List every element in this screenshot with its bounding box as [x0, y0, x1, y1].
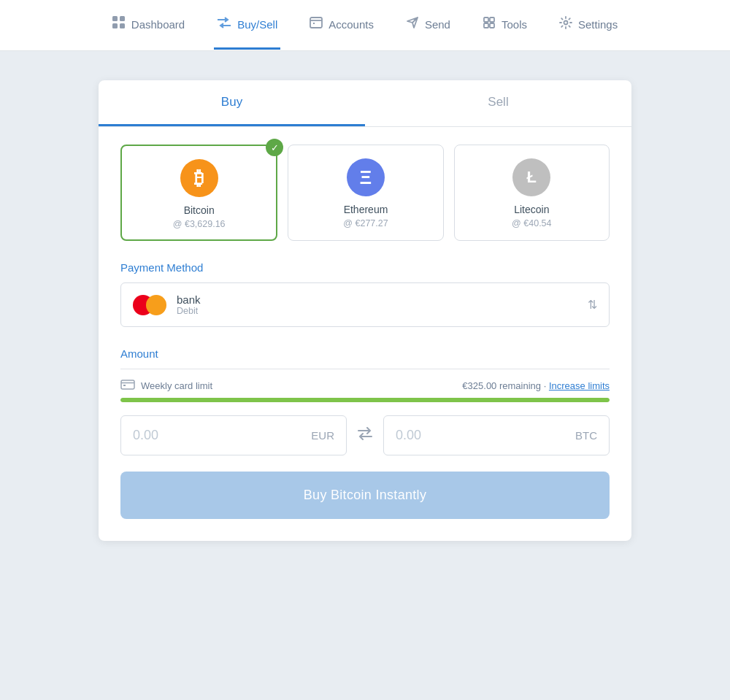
svg-rect-10: [490, 23, 494, 28]
navigation: Dashboard Buy/Sell Accounts Send: [0, 0, 730, 51]
nav-label-buysell: Buy/Sell: [237, 18, 277, 31]
eth-name: Ethereum: [344, 204, 388, 215]
amount-section-label: Amount: [120, 347, 610, 360]
eur-currency: EUR: [311, 429, 334, 442]
tab-bar: Buy Sell: [99, 80, 631, 127]
swap-icon[interactable]: [357, 427, 373, 444]
mastercard-icon: [133, 295, 166, 315]
limit-left: Weekly card limit: [120, 380, 212, 392]
nav-item-dashboard[interactable]: Dashboard: [110, 0, 188, 50]
nav-label-accounts: Accounts: [328, 18, 374, 31]
svg-rect-12: [121, 380, 134, 389]
btc-name: Bitcoin: [184, 204, 215, 216]
eur-value: 0.00: [133, 428, 158, 443]
crypto-card-btc[interactable]: ✓ ₿ Bitcoin @ €3,629.16: [120, 145, 277, 241]
increase-limits-link[interactable]: Increase limits: [549, 380, 610, 391]
crypto-card-ltc[interactable]: Ł Litecoin @ €40.54: [454, 145, 610, 241]
tab-content: ✓ ₿ Bitcoin @ €3,629.16 Ξ Ethereum @ €27…: [99, 127, 631, 541]
accounts-icon: [310, 17, 323, 31]
progress-bar-fill: [120, 398, 610, 402]
btc-price: @ €3,629.16: [173, 219, 226, 229]
btc-value: 0.00: [396, 428, 421, 443]
tab-sell[interactable]: Sell: [365, 80, 631, 126]
crypto-card-eth[interactable]: Ξ Ethereum @ €277.27: [288, 145, 443, 241]
btc-icon: ₿: [180, 159, 218, 197]
btc-currency: BTC: [575, 429, 597, 442]
nav-label-dashboard: Dashboard: [131, 18, 185, 31]
nav-label-settings: Settings: [578, 18, 618, 31]
nav-item-accounts[interactable]: Accounts: [307, 1, 377, 50]
payment-method-selector[interactable]: bank Debit ⇅: [120, 282, 610, 327]
selected-check-icon: ✓: [266, 139, 283, 156]
eth-icon: Ξ: [347, 158, 385, 196]
ltc-icon: Ł: [512, 158, 550, 196]
eur-amount-field[interactable]: 0.00 EUR: [120, 415, 347, 455]
payment-details: bank Debit: [177, 293, 201, 316]
payment-method-info: bank Debit: [133, 293, 201, 316]
svg-rect-7: [484, 18, 488, 22]
payment-type: Debit: [177, 306, 201, 316]
crypto-options: ✓ ₿ Bitcoin @ €3,629.16 Ξ Ethereum @ €27…: [120, 145, 610, 241]
payment-name: bank: [177, 293, 201, 306]
nav-item-buysell[interactable]: Buy/Sell: [214, 1, 280, 50]
buy-button[interactable]: Buy Bitcoin Instantly: [120, 472, 610, 519]
ltc-price: @ €40.54: [512, 218, 551, 228]
page-body: Buy Sell ✓ ₿ Bitcoin @ €3,629.16 Ξ Ether…: [0, 51, 730, 570]
svg-rect-2: [112, 23, 118, 28]
card-limit-icon: [120, 380, 135, 392]
nav-item-settings[interactable]: Settings: [556, 0, 620, 50]
remaining-amount: €325.00 remaining: [462, 380, 541, 391]
nav-item-send[interactable]: Send: [403, 0, 453, 50]
chevron-updown-icon: ⇅: [588, 298, 597, 312]
dashboard-icon: [112, 16, 126, 32]
btc-amount-field[interactable]: 0.00 BTC: [383, 415, 610, 455]
svg-point-11: [564, 21, 568, 25]
nav-label-send: Send: [425, 18, 450, 31]
main-card: Buy Sell ✓ ₿ Bitcoin @ €3,629.16 Ξ Ether…: [99, 80, 631, 541]
svg-rect-9: [484, 23, 488, 28]
send-icon: [406, 16, 419, 32]
separator: ·: [544, 380, 549, 391]
svg-rect-3: [120, 23, 125, 28]
eth-price: @ €277.27: [343, 218, 388, 228]
buysell-icon: [217, 17, 231, 31]
svg-rect-4: [310, 18, 322, 28]
limit-row: Weekly card limit €325.00 remaining · In…: [120, 380, 610, 392]
weekly-limit-label: Weekly card limit: [141, 380, 212, 391]
svg-rect-0: [112, 16, 118, 21]
svg-rect-8: [490, 18, 494, 22]
payment-method-label: Payment Method: [120, 261, 610, 274]
tools-icon: [483, 16, 496, 32]
tab-buy[interactable]: Buy: [99, 80, 365, 126]
ltc-name: Litecoin: [514, 204, 549, 215]
limit-right: €325.00 remaining · Increase limits: [462, 380, 610, 391]
amount-inputs: 0.00 EUR 0.00 BTC: [120, 415, 610, 455]
svg-rect-1: [120, 16, 125, 21]
divider: [120, 369, 610, 369]
nav-label-tools: Tools: [502, 18, 527, 31]
settings-icon: [559, 16, 572, 32]
progress-bar: [120, 398, 610, 402]
nav-item-tools[interactable]: Tools: [480, 0, 530, 50]
